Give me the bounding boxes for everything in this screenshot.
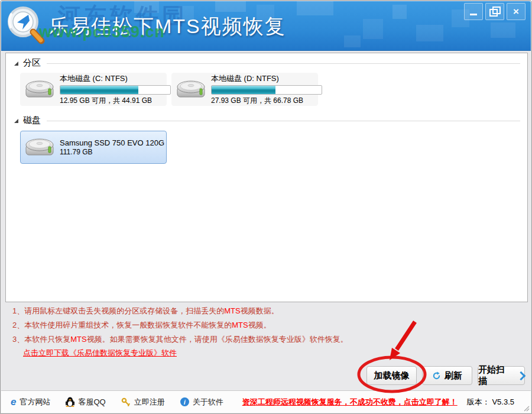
about-label: 关于软件	[193, 397, 223, 407]
instruction-line-3: 3、本软件只恢复MTS视频。如果需要恢复其他文件，请使用《乐易佳数据恢复专业版》…	[12, 334, 348, 345]
minimize-icon	[470, 14, 477, 15]
partition-capacity: 27.93 GB 可用，共 66.78 GB	[211, 96, 322, 105]
decor-square	[363, 19, 383, 39]
load-image-button[interactable]: 加载镜像	[366, 366, 417, 385]
disk-list: Samsung SSD 750 EVO 120G 111.79 GB	[20, 131, 167, 164]
download-pro-link[interactable]: 点击立即下载《乐易佳数据恢复专业版》软件	[23, 348, 177, 358]
refresh-label: 刷新	[445, 370, 462, 381]
official-site-link[interactable]: e 官方网站	[11, 397, 50, 407]
partition-info: 本地磁盘 (D: NTFS) 27.93 GB 可用，共 66.78 GB	[211, 74, 322, 105]
decor-square	[215, 1, 246, 12]
version-label: 版本：	[467, 397, 490, 406]
start-scan-button[interactable]: 开始扫描	[478, 366, 525, 385]
disk-info: Samsung SSD 750 EVO 120G 111.79 GB	[60, 138, 164, 157]
partition-info: 本地磁盘 (C: NTFS) 12.95 GB 可用，共 44.91 GB	[60, 74, 171, 105]
section-label: 分区	[23, 57, 41, 69]
decor-square	[297, 1, 333, 15]
decor-square	[392, 5, 407, 19]
partition-name: 本地磁盘 (D: NTFS)	[211, 74, 322, 83]
partition-capacity: 12.95 GB 可用，共 44.91 GB	[60, 96, 171, 105]
minimize-button[interactable]	[464, 3, 483, 20]
watermark-url: www.pc0359.cn	[39, 23, 165, 41]
restore-button[interactable]	[485, 3, 504, 20]
version-text: 版本： V5.3.5	[467, 397, 514, 407]
section-label: 磁盘	[23, 115, 41, 126]
usage-bar-fill	[60, 86, 138, 94]
collapse-triangle-icon	[14, 119, 18, 123]
key-icon	[121, 397, 131, 407]
hard-drive-icon	[24, 135, 55, 159]
close-icon: ×	[513, 7, 519, 17]
title-bar: 河东软件园 乐易佳松下MTS视频恢复 www.pc0359.cn ×	[1, 1, 531, 51]
refresh-icon	[432, 371, 441, 380]
app-window: 河东软件园 乐易佳松下MTS视频恢复 www.pc0359.cn ×	[0, 0, 532, 414]
disk-name: Samsung SSD 750 EVO 120G	[60, 138, 164, 148]
usage-bar-fill	[212, 86, 275, 94]
decor-square	[416, 25, 443, 41]
register-label: 立即注册	[134, 397, 165, 407]
disk-capacity: 111.79 GB	[60, 148, 164, 157]
section-divider	[47, 63, 520, 64]
close-button[interactable]: ×	[507, 3, 525, 20]
service-qq-link[interactable]: 客服QQ	[66, 397, 105, 407]
browser-icon: e	[11, 397, 16, 407]
version-value: V5.3.5	[492, 397, 514, 406]
load-image-label: 加载镜像	[374, 370, 410, 381]
official-site-label: 官方网站	[20, 397, 50, 407]
hard-drive-icon	[24, 77, 55, 101]
section-header-partitions[interactable]: 分区	[14, 58, 520, 67]
status-bar: e 官方网站 客服QQ 立即注册 i	[1, 390, 531, 413]
disk-item-samsung[interactable]: Samsung SSD 750 EVO 120G 111.79 GB	[20, 131, 167, 164]
section-divider	[47, 121, 520, 121]
decor-square	[491, 22, 515, 38]
instruction-line-1: 1、请用鼠标左键双击丢失视频的分区或存储设备，扫描丢失的MTS视频数据。	[12, 306, 279, 316]
instruction-line-2: 2、本软件使用碎片重组技术，恢复一般数据恢复软件不能恢复的MTS视频。	[12, 320, 271, 331]
partition-item-d[interactable]: 本地磁盘 (D: NTFS) 27.93 GB 可用，共 66.78 GB	[171, 73, 318, 106]
device-panel: 分区 本地磁盘 (C: NTFS) 12.95 GB 可用，共 44.91 GB…	[5, 53, 528, 302]
usage-bar	[211, 85, 322, 95]
remote-service-promo-link[interactable]: 资深工程师远程视频恢复服务，不成功不收费，点击立即了解！	[242, 397, 458, 407]
partition-list: 本地磁盘 (C: NTFS) 12.95 GB 可用，共 44.91 GB 本地…	[20, 73, 318, 106]
about-link[interactable]: i 关于软件	[180, 397, 223, 407]
section-header-disks[interactable]: 磁盘	[14, 115, 520, 125]
register-link[interactable]: 立即注册	[121, 397, 165, 407]
hard-drive-icon	[176, 77, 206, 101]
usage-bar	[60, 85, 171, 95]
partition-name: 本地磁盘 (C: NTFS)	[60, 74, 171, 83]
refresh-button[interactable]: 刷新	[422, 366, 472, 385]
qq-penguin-icon	[66, 397, 74, 407]
decor-square	[344, 35, 361, 47]
restore-icon	[489, 9, 498, 17]
partition-item-c[interactable]: 本地磁盘 (C: NTFS) 12.95 GB 可用，共 44.91 GB	[20, 73, 167, 106]
resize-grip[interactable]	[522, 404, 530, 412]
window-controls: ×	[464, 3, 525, 20]
chevron-right-icon	[517, 371, 525, 380]
collapse-triangle-icon	[14, 62, 18, 66]
start-scan-label: 开始扫描	[478, 364, 513, 387]
info-icon: i	[180, 397, 189, 406]
service-qq-label: 客服QQ	[78, 397, 105, 407]
